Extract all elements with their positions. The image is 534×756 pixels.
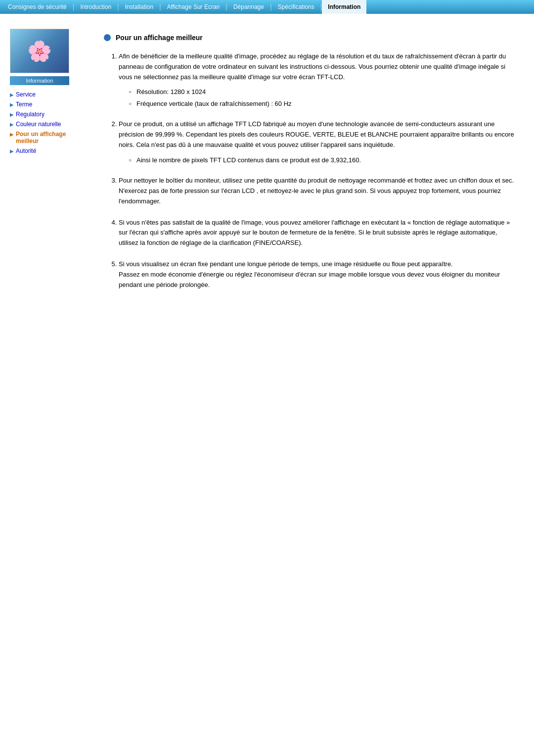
sidebar-nav-link-autorite[interactable]: Autorité	[16, 147, 36, 154]
sidebar-nav-item-couleur: ▶Couleur naturelle	[10, 121, 89, 128]
arrow-icon: ▶	[10, 112, 14, 117]
title-text: Pour un affichage meilleur	[116, 34, 203, 42]
content-list-item-1: Afin de bénéficier de la meilleure quali…	[119, 51, 514, 108]
sidebar-nav-item-service: ▶Service	[10, 91, 89, 98]
arrow-icon: ▶	[10, 122, 14, 127]
sublist-item: Ainsi le nombre de pixels TFT LCD conten…	[129, 155, 514, 165]
content-list-item-5: Si vous visualisez un écran fixe pendant…	[119, 259, 514, 290]
sublist-item: Résolution: 1280 x 1024	[129, 87, 514, 97]
sidebar-nav-item-pour-un: ▶Pour un affichage meilleur	[10, 131, 89, 144]
sublist-item: Fréquence verticale (taux de rafraîchiss…	[129, 99, 514, 109]
nav-item-spécifications[interactable]: Spécifications	[272, 0, 320, 14]
arrow-icon: ▶	[10, 102, 14, 107]
sidebar-info-bar: Information	[10, 76, 69, 85]
sidebar: 🌸 Information ▶Service▶Terme▶Regulatory▶…	[10, 24, 89, 311]
content-list-item-3: Pour nettoyer le boîtier du moniteur, ut…	[119, 176, 514, 206]
sidebar-nav-link-couleur[interactable]: Couleur naturelle	[16, 121, 61, 128]
arrow-icon: ▶	[10, 92, 14, 97]
content-area: Pour un affichage meilleur Afin de bénéf…	[89, 24, 534, 311]
nav-item-affichage-sur-ecran[interactable]: Affichage Sur Ecran	[161, 0, 226, 14]
nav-item-consignes-de-sécurité[interactable]: Consignes de sécurité	[2, 0, 73, 14]
sidebar-nav-link-terme[interactable]: Terme	[16, 101, 32, 108]
sidebar-nav-link-service[interactable]: Service	[16, 91, 36, 98]
sidebar-nav: ▶Service▶Terme▶Regulatory▶Couleur nature…	[10, 91, 89, 154]
sidebar-nav-item-terme: ▶Terme	[10, 101, 89, 108]
content-list-item-2: Pour ce produit, on a utilisé un afficha…	[119, 119, 514, 165]
main-container: 🌸 Information ▶Service▶Terme▶Regulatory▶…	[0, 14, 534, 321]
sidebar-nav-item-autorite: ▶Autorité	[10, 147, 89, 154]
logo-flower-icon: 🌸	[27, 40, 52, 63]
sidebar-info-label: Information	[26, 78, 53, 84]
page-title: Pour un affichage meilleur	[104, 34, 514, 42]
sidebar-nav-item-regulatory: ▶Regulatory	[10, 111, 89, 118]
nav-item-information[interactable]: Information	[322, 0, 366, 14]
sidebar-logo: 🌸	[10, 29, 69, 73]
arrow-icon: ▶	[10, 148, 14, 154]
nav-item-dépannage[interactable]: Dépannage	[227, 0, 270, 14]
sublist-1: Résolution: 1280 x 1024Fréquence vertica…	[119, 87, 514, 108]
content-list: Afin de bénéficier de la meilleure quali…	[104, 51, 514, 290]
sidebar-nav-link-pour-un[interactable]: Pour un affichage meilleur	[16, 131, 89, 144]
sidebar-nav-link-regulatory[interactable]: Regulatory	[16, 111, 44, 118]
arrow-icon: ▶	[10, 132, 14, 137]
nav-item-installation[interactable]: Installation	[119, 0, 159, 14]
title-bullet	[104, 34, 111, 41]
nav-item-introduction[interactable]: Introduction	[74, 0, 117, 14]
content-list-item-4: Si vous n'êtes pas satisfait de la quali…	[119, 218, 514, 248]
nav-bar: Consignes de sécurité|Introduction|Insta…	[0, 0, 534, 14]
sublist-2: Ainsi le nombre de pixels TFT LCD conten…	[119, 155, 514, 165]
